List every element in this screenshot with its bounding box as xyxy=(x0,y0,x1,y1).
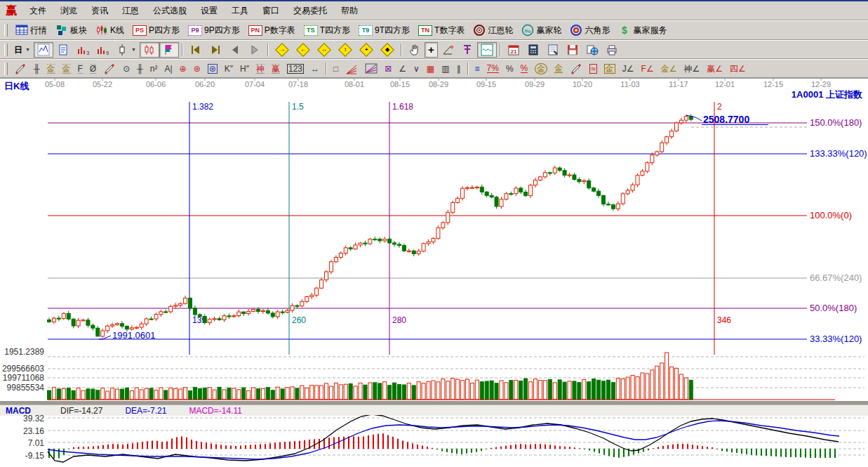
draw-h-quote[interactable]: H″ xyxy=(236,61,253,77)
toolbar-sectors[interactable]: 板块 xyxy=(52,22,91,38)
toolbar-grip[interactable] xyxy=(4,24,8,37)
toolbar-winner-wheel[interactable]: Big赢家轮 xyxy=(518,22,565,38)
web-report-button[interactable] xyxy=(582,42,602,58)
expand-h-button[interactable]: ↔ xyxy=(314,42,335,58)
save-button[interactable] xyxy=(563,42,582,58)
menu-窗口[interactable]: 窗口 xyxy=(255,2,286,20)
toolbar-9t-square[interactable]: T99T四方形 xyxy=(355,22,413,38)
draw-grid-arrow[interactable]: ▥ xyxy=(438,61,453,77)
draw-x-box[interactable]: ⊠ xyxy=(381,61,395,77)
draw-v-lines[interactable]: ∨ xyxy=(410,61,423,77)
draw-gold-box[interactable]: 金 xyxy=(601,61,619,77)
menu-文件[interactable]: 文件 xyxy=(22,2,53,20)
draw-percent-7[interactable]: 7% xyxy=(483,61,502,77)
page-next-button[interactable] xyxy=(245,42,265,58)
crosshair-button[interactable]: + xyxy=(425,42,438,58)
menu-工具[interactable]: 工具 xyxy=(225,2,255,20)
draw-a-line[interactable]: A| xyxy=(161,61,175,77)
draw-f-grid[interactable]: F xyxy=(74,61,86,77)
draw-ying-angle[interactable]: 赢∠ xyxy=(703,61,726,77)
menu-浏览[interactable]: 浏览 xyxy=(53,2,84,20)
draw-brush-tool[interactable] xyxy=(11,61,30,77)
draw-grid-red[interactable]: ▦ xyxy=(423,61,438,77)
draw-k-quote[interactable]: K″ xyxy=(221,61,236,77)
calculator-button[interactable] xyxy=(523,42,543,58)
draw-f-angle[interactable]: F∠ xyxy=(638,61,657,77)
draw-time-circle[interactable]: ⊙ xyxy=(119,61,133,77)
period-day-button[interactable]: 日▼ xyxy=(11,42,34,58)
menu-公式选股[interactable]: 公式选股 xyxy=(146,2,194,20)
toolbar-grip[interactable] xyxy=(4,44,8,56)
draw-ying-grid[interactable]: 赢 xyxy=(268,61,283,77)
menu-交易委托[interactable]: 交易委托 xyxy=(286,2,334,20)
draw-gold-grid-1[interactable]: 金 xyxy=(44,61,59,77)
draw-percent-line[interactable]: % xyxy=(517,61,532,77)
draw-brush-line[interactable] xyxy=(566,61,586,77)
pan-hand-button[interactable] xyxy=(405,42,425,58)
draw-j-angle[interactable]: J∠ xyxy=(619,61,638,77)
draw-shen-grid[interactable]: 神 xyxy=(253,61,268,77)
draw-gold-angle[interactable]: 金∠ xyxy=(657,61,681,77)
menu-江恩[interactable]: 江恩 xyxy=(115,2,146,20)
draw-tick-ruler[interactable]: ╫ xyxy=(133,61,147,77)
draw-circle-cross[interactable]: ⊕ xyxy=(176,61,190,77)
kline-chart[interactable]: 05-0805-2206-0606-2007-0407-1808-0108-15… xyxy=(0,78,868,404)
shift-left-button[interactable]: ← xyxy=(293,42,314,58)
draw-n-squared[interactable]: n² xyxy=(147,61,161,77)
draw-angle-lines[interactable]: ∠ xyxy=(395,61,410,77)
info-panel-button[interactable] xyxy=(53,42,73,58)
draw-fan-box[interactable] xyxy=(361,61,381,77)
page-prev-button[interactable] xyxy=(225,42,245,58)
draw-gann-ticks[interactable]: ╫ xyxy=(30,61,44,77)
draw-levels-blue[interactable]: ≡ xyxy=(472,61,483,77)
draw-gold-line[interactable]: 金 xyxy=(551,61,566,77)
menu-帮助[interactable]: 帮助 xyxy=(334,2,365,20)
print-button[interactable] xyxy=(602,42,622,58)
macd-chart[interactable]: 39.3223.167.01-9.15 xyxy=(0,415,868,467)
notes-button[interactable] xyxy=(543,42,563,58)
ma-3-button[interactable]: 3 xyxy=(73,42,93,58)
draw-gold-grid-2[interactable]: 金 xyxy=(59,61,74,77)
draw-brush-ruler[interactable] xyxy=(100,61,119,77)
menu-设置[interactable]: 设置 xyxy=(194,2,225,20)
draw-percent[interactable]: % xyxy=(502,61,517,77)
toolbar-gann-wheel[interactable]: 江恩轮 xyxy=(469,22,516,38)
draw-star-red[interactable]: ⊛ xyxy=(190,61,204,77)
draw-si-angle[interactable]: 四∠ xyxy=(726,61,749,77)
expand-v-button[interactable]: ↕ xyxy=(335,42,356,58)
go-first-button[interactable] xyxy=(186,42,206,58)
ma-9-button[interactable]: 9 xyxy=(93,42,112,58)
kline-mode-button[interactable] xyxy=(140,42,159,58)
draw-wave-box[interactable]: ≈ xyxy=(586,61,601,77)
toolbar-quotes[interactable]: 行情 xyxy=(12,22,51,38)
toolbar-9p-square[interactable]: P99P四方形 xyxy=(185,22,243,38)
draw-gann-fan[interactable] xyxy=(342,61,361,77)
toolbar-hexagon[interactable]: 六角形 xyxy=(566,22,613,38)
zoom-in-button[interactable]: + xyxy=(356,42,377,58)
zoom-fit-button[interactable]: ◆ xyxy=(377,42,398,58)
toolbar-p-number-table[interactable]: PNP数字表 xyxy=(245,22,299,38)
draw-shen-angle[interactable]: 神∠ xyxy=(680,61,703,77)
flag-marks-button[interactable] xyxy=(159,42,179,58)
angle-measure-button[interactable] xyxy=(438,42,458,58)
toolbar-winner-service[interactable]: $赢家服务 xyxy=(615,22,670,38)
chart-pattern-button[interactable] xyxy=(34,42,53,58)
toolbar-grip[interactable] xyxy=(4,63,8,75)
wave-tool-button[interactable] xyxy=(477,42,497,58)
macd-indicator-label[interactable]: MACD xyxy=(6,406,31,416)
draw-ruler-123[interactable]: 123 xyxy=(283,61,307,77)
calendar-button[interactable]: 21 xyxy=(504,42,523,58)
candle-style-button[interactable]: ▼ xyxy=(112,42,140,58)
draw-star-box[interactable]: ⊛ xyxy=(204,61,221,77)
draw-width-arrows[interactable]: ↔ xyxy=(307,61,323,77)
go-last-button[interactable] xyxy=(206,42,225,58)
purple-tool-button[interactable] xyxy=(458,42,477,58)
menu-资讯[interactable]: 资讯 xyxy=(84,2,115,20)
draw-select-box[interactable]: □ xyxy=(330,61,342,77)
toolbar-t-number-table[interactable]: TNT数字表 xyxy=(415,22,468,38)
draw-phi-grid[interactable]: Ø xyxy=(86,61,100,77)
draw-gold-circle[interactable]: 金 xyxy=(531,61,551,77)
shift-right-button[interactable]: → xyxy=(272,42,293,58)
draw-parallel-lines[interactable]: ∥ xyxy=(453,61,465,77)
toolbar-t-square[interactable]: TST四方形 xyxy=(300,22,354,38)
